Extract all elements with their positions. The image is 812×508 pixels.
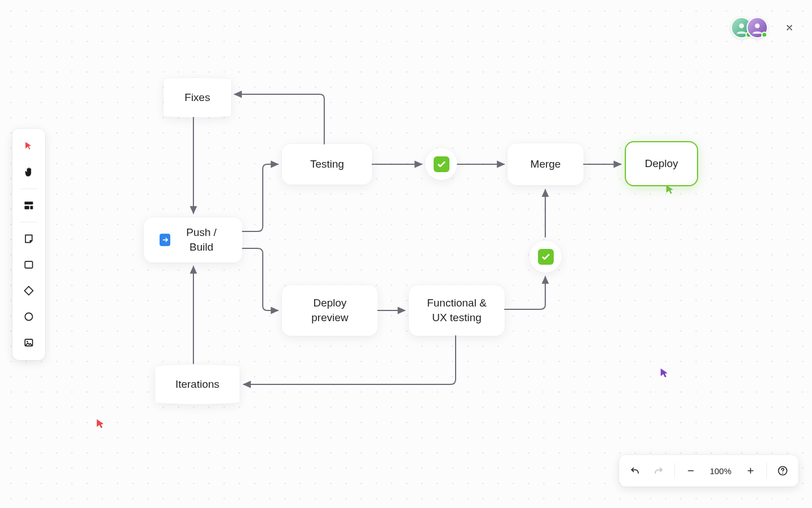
remote-cursor-purple (659, 367, 671, 382)
svg-rect-2 (30, 206, 33, 209)
svg-point-7 (739, 23, 744, 28)
zoom-in-button[interactable] (739, 459, 762, 482)
toolbar-divider (20, 189, 37, 189)
check-icon (434, 156, 449, 172)
shape-toolbar (12, 129, 45, 360)
node-merge[interactable]: Merge (508, 143, 584, 185)
status-online-icon (761, 32, 767, 38)
check-icon (538, 249, 554, 265)
svg-rect-3 (25, 261, 32, 268)
node-label: Deploy (645, 156, 678, 171)
node-deploy-preview[interactable]: Deploy preview (282, 285, 378, 336)
node-label: Merge (531, 157, 561, 172)
ellipse-tool[interactable] (17, 305, 41, 329)
canvas-background (0, 0, 812, 508)
template-tool[interactable] (17, 194, 41, 217)
node-fixes[interactable]: Fixes (164, 78, 231, 117)
avatar[interactable] (747, 17, 768, 38)
toolbar-divider (674, 463, 675, 479)
node-iterations[interactable]: Iterations (155, 365, 240, 404)
hand-tool[interactable] (17, 160, 41, 184)
svg-rect-0 (25, 202, 33, 204)
node-checkpoint-2[interactable] (529, 240, 562, 273)
zoom-level[interactable]: 100% (703, 466, 738, 476)
select-tool[interactable] (17, 134, 41, 158)
undo-button[interactable] (624, 459, 646, 482)
redo-button[interactable] (647, 459, 670, 482)
presence-bar (731, 17, 798, 38)
node-testing[interactable]: Testing (282, 144, 372, 185)
view-toolbar: 100% (619, 455, 798, 487)
node-functional-ux[interactable]: Functional & UX testing (409, 285, 505, 336)
svg-point-4 (25, 313, 32, 320)
avatar-stack (731, 17, 768, 38)
svg-point-10 (782, 472, 783, 474)
node-push-build[interactable]: Push / Build (144, 217, 242, 262)
svg-point-6 (27, 341, 28, 343)
svg-point-8 (755, 23, 760, 28)
note-tool[interactable] (17, 227, 41, 251)
zoom-out-button[interactable] (679, 459, 702, 482)
node-label: Deploy preview (311, 296, 348, 325)
image-tool[interactable] (17, 331, 41, 354)
remote-cursor-green (664, 183, 677, 198)
remote-cursor-red (95, 418, 107, 432)
node-label: Functional & UX testing (427, 296, 487, 325)
toolbar-divider (20, 222, 37, 222)
svg-rect-1 (25, 206, 29, 209)
arrow-right-icon (160, 234, 170, 246)
diamond-tool[interactable] (17, 279, 41, 303)
rect-tool[interactable] (17, 253, 41, 277)
node-label: Testing (310, 157, 344, 172)
close-button[interactable] (780, 19, 798, 37)
node-label: Fixes (184, 90, 210, 105)
node-label: Push / Build (176, 225, 227, 254)
node-deploy[interactable]: Deploy (625, 141, 698, 186)
toolbar-divider (766, 463, 767, 479)
help-button[interactable] (771, 459, 794, 482)
node-checkpoint-1[interactable] (425, 148, 457, 180)
node-label: Iterations (175, 377, 219, 392)
